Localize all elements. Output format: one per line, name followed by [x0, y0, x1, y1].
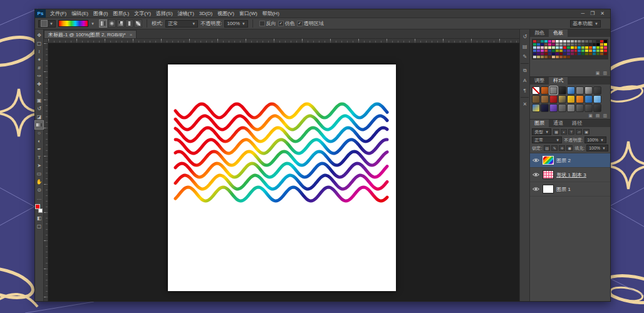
- color-swatch[interactable]: [593, 46, 596, 49]
- color-swatch[interactable]: [585, 53, 588, 55]
- color-swatch[interactable]: [541, 46, 544, 49]
- brush-panel-icon[interactable]: ✎: [521, 53, 529, 60]
- color-swatch[interactable]: [556, 46, 559, 49]
- color-swatch[interactable]: [559, 49, 563, 52]
- style-swatch[interactable]: [567, 104, 575, 112]
- color-swatch[interactable]: [544, 43, 548, 46]
- foreground-color-swatch[interactable]: [35, 204, 40, 209]
- color-swatch[interactable]: [578, 53, 581, 55]
- new-style-icon[interactable]: ▤: [596, 113, 600, 119]
- color-swatch[interactable]: [548, 49, 551, 52]
- style-swatch[interactable]: [593, 104, 601, 112]
- color-swatch[interactable]: [600, 43, 603, 46]
- color-swatch[interactable]: [604, 49, 607, 52]
- color-swatch[interactable]: [567, 53, 570, 55]
- color-swatch[interactable]: [533, 43, 536, 46]
- document-tab[interactable]: 未标题-1 @ 100%(图层 2, RGB/8)* ×: [44, 30, 137, 38]
- type-tool[interactable]: T: [35, 153, 43, 162]
- visibility-eye-icon[interactable]: [532, 187, 540, 192]
- blend-mode-select[interactable]: 正常 ▼: [532, 136, 562, 143]
- character-panel-icon[interactable]: A: [521, 77, 529, 84]
- styles-tab[interactable]: 调整: [530, 77, 549, 85]
- color-swatch[interactable]: [563, 56, 566, 58]
- color-swatch[interactable]: [552, 46, 555, 49]
- color-swatch[interactable]: [571, 49, 574, 52]
- color-swatch[interactable]: [544, 49, 548, 52]
- layer-thumbnail[interactable]: [543, 185, 554, 193]
- color-wells[interactable]: [35, 203, 43, 214]
- fill-field[interactable]: 100% ▼: [586, 145, 608, 151]
- menu-item[interactable]: 编辑(E): [69, 9, 91, 18]
- menu-item[interactable]: 窗口(W): [237, 9, 260, 18]
- timeline-panel-icon[interactable]: ✕: [521, 101, 529, 108]
- color-swatch[interactable]: [537, 53, 540, 55]
- option-checkbox[interactable]: ✓仿色: [278, 20, 295, 27]
- menu-item[interactable]: 图层(L): [110, 9, 132, 18]
- lock-icon[interactable]: ▨: [544, 145, 550, 151]
- color-swatch[interactable]: [589, 53, 592, 55]
- style-swatch[interactable]: [584, 86, 593, 95]
- style-swatch[interactable]: [584, 104, 593, 112]
- vertical-ruler[interactable]: [44, 43, 48, 301]
- color-swatch[interactable]: [585, 46, 588, 49]
- style-swatch[interactable]: [558, 95, 566, 103]
- eraser-tool[interactable]: ◪: [35, 113, 43, 121]
- color-swatch[interactable]: [604, 46, 607, 49]
- style-swatch[interactable]: [541, 104, 549, 112]
- layers-tab[interactable]: 通道: [549, 120, 568, 127]
- color-swatch[interactable]: [604, 43, 607, 46]
- style-swatch[interactable]: [541, 95, 549, 103]
- edit-toolbar[interactable]: …: [35, 194, 43, 202]
- color-swatch[interactable]: [544, 40, 548, 43]
- color-swatch[interactable]: [559, 43, 563, 46]
- option-checkbox[interactable]: ✓透明区域: [297, 20, 324, 27]
- horizontal-ruler[interactable]: [48, 39, 519, 43]
- color-swatch[interactable]: [541, 49, 544, 52]
- color-swatch[interactable]: [563, 43, 566, 46]
- color-swatch[interactable]: [541, 53, 544, 55]
- style-swatch[interactable]: [532, 95, 540, 103]
- clear-style-icon[interactable]: ▣: [588, 113, 593, 119]
- color-swatch[interactable]: [596, 49, 600, 52]
- menu-item[interactable]: 文件(F): [48, 9, 69, 18]
- color-swatch[interactable]: [563, 46, 566, 49]
- style-swatch[interactable]: [584, 95, 593, 103]
- color-swatch[interactable]: [578, 46, 581, 49]
- minimize-button[interactable]: ─: [581, 9, 584, 18]
- color-swatch[interactable]: [581, 46, 584, 49]
- menu-item[interactable]: 视图(V): [215, 9, 237, 18]
- clone-stamp-tool[interactable]: ▣: [35, 96, 43, 105]
- color-swatch[interactable]: [581, 53, 584, 55]
- color-swatch[interactable]: [537, 43, 540, 46]
- color-swatch[interactable]: [574, 46, 578, 49]
- color-swatch[interactable]: [574, 53, 578, 55]
- color-swatch[interactable]: [571, 46, 574, 49]
- visibility-eye-icon[interactable]: [532, 158, 540, 163]
- color-swatch[interactable]: [571, 40, 574, 43]
- layer-filter-icon[interactable]: ◐: [561, 129, 567, 135]
- color-swatch[interactable]: [593, 53, 596, 55]
- quick-mask[interactable]: ◧: [35, 214, 43, 222]
- color-swatch[interactable]: [563, 40, 566, 43]
- paragraph-panel-icon[interactable]: ¶: [521, 87, 529, 94]
- color-swatch[interactable]: [585, 43, 588, 46]
- gradient-tool[interactable]: [35, 121, 43, 129]
- menu-item[interactable]: 图像(I): [91, 9, 111, 18]
- color-swatch[interactable]: [593, 49, 596, 52]
- chevron-down-icon[interactable]: ▼: [91, 22, 95, 26]
- color-swatch[interactable]: [604, 40, 607, 43]
- style-swatch[interactable]: [541, 86, 549, 95]
- color-swatch[interactable]: [600, 46, 603, 49]
- color-swatch[interactable]: [596, 46, 600, 49]
- reflected-gradient-button[interactable]: [125, 19, 133, 28]
- layer-row[interactable]: 形状 1 副本 3: [530, 168, 610, 182]
- option-checkbox[interactable]: 反向: [259, 20, 276, 27]
- color-swatch[interactable]: [544, 53, 548, 55]
- layer-opacity-field[interactable]: 100% ▼: [584, 136, 606, 143]
- color-swatch[interactable]: [589, 40, 592, 43]
- color-swatch[interactable]: [548, 56, 551, 58]
- color-swatch[interactable]: [596, 53, 600, 55]
- color-swatch[interactable]: [559, 46, 563, 49]
- color-swatch[interactable]: [600, 49, 603, 52]
- style-swatch[interactable]: [567, 95, 575, 103]
